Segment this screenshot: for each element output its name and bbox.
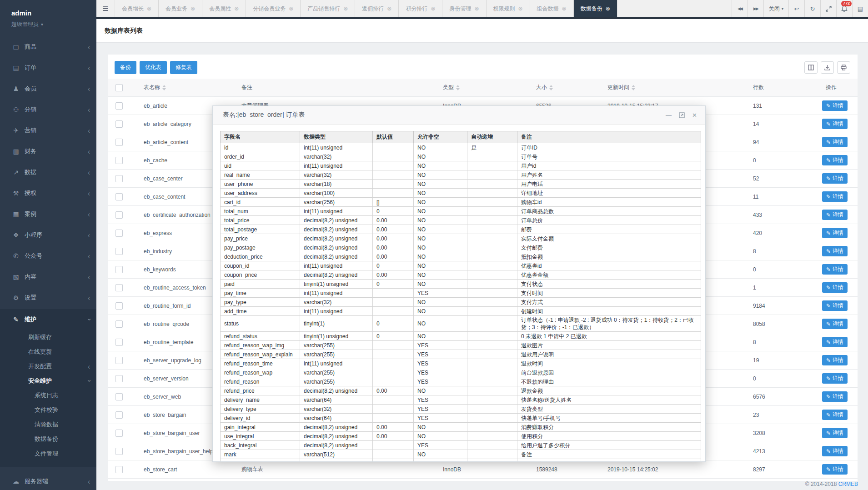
sidebar-item-server[interactable]: ☁ 服务器端 ‹ [0, 471, 96, 490]
select-all-checkbox[interactable] [115, 84, 123, 91]
detail-button[interactable]: ✎详情 [822, 246, 848, 256]
detail-button[interactable]: ✎详情 [822, 337, 848, 347]
detail-button[interactable]: ✎详情 [822, 191, 848, 202]
detail-button[interactable]: ✎详情 [822, 264, 848, 275]
sidebar-item-system-log[interactable]: 系统日志 [0, 388, 96, 403]
row-checkbox[interactable] [115, 430, 123, 437]
message-list-button[interactable]: ▤ [852, 0, 868, 17]
sidebar-item-members[interactable]: ♟ 会员 ‹ [0, 78, 96, 99]
nav-tab[interactable]: 产品销售排行 ⊗ [301, 0, 355, 17]
sidebar-item-dev-config[interactable]: 开发配置 ‹ [0, 359, 96, 374]
backup-button[interactable]: 备份 [115, 61, 136, 74]
row-checkbox[interactable] [115, 302, 123, 310]
detail-button[interactable]: ✎详情 [822, 410, 848, 420]
export-button[interactable] [821, 61, 834, 74]
repair-table-button[interactable]: 修复表 [170, 61, 197, 74]
close-tab-icon[interactable]: ⊗ [234, 5, 239, 12]
row-checkbox[interactable] [115, 393, 123, 400]
refresh-button[interactable]: ↻ [804, 0, 820, 17]
row-checkbox[interactable] [115, 320, 123, 328]
sidebar-item-content[interactable]: ▧ 内容 ‹ [0, 266, 96, 287]
sidebar-item-finance[interactable]: ▥ 财务 ‹ [0, 141, 96, 162]
sidebar-item-official-account[interactable]: ✆ 公众号 ‹ [0, 245, 96, 266]
user-role-dropdown[interactable]: 超级管理员▾ [11, 20, 96, 28]
column-header-type[interactable]: 类型 [436, 79, 529, 97]
sidebar-item-authorization[interactable]: ⚒ 授权 ‹ [0, 183, 96, 204]
row-checkbox[interactable] [115, 211, 123, 219]
row-checkbox[interactable] [115, 266, 123, 273]
nav-tab[interactable]: 组合数据 ⊗ [530, 0, 574, 17]
row-checkbox[interactable] [115, 284, 123, 291]
sidebar-item-settings[interactable]: ⚙ 设置 ‹ [0, 287, 96, 308]
sidebar-item-orders[interactable]: ▤ 订单 ‹ [0, 57, 96, 78]
sidebar-item-file-manage[interactable]: 文件管理 [0, 446, 96, 461]
detail-button[interactable]: ✎详情 [822, 300, 848, 311]
close-tab-icon[interactable]: ⊗ [289, 5, 293, 12]
detail-button[interactable]: ✎详情 [822, 464, 848, 475]
detail-button[interactable]: ✎详情 [822, 355, 848, 365]
detail-button[interactable]: ✎详情 [822, 210, 848, 220]
sidebar-item-miniprogram[interactable]: ❖ 小程序 ‹ [0, 225, 96, 245]
sidebar-item-data-backup[interactable]: 数据备份 [0, 432, 96, 446]
sort-icon[interactable] [162, 85, 166, 90]
close-tab-icon[interactable]: ⊗ [147, 5, 151, 12]
sidebar-item-online-update[interactable]: 在线更新 [0, 345, 96, 359]
scroll-tabs-right-button[interactable]: ▶▶ [748, 0, 763, 17]
column-header-size[interactable]: 大小 [529, 79, 600, 97]
sidebar-item-distribution[interactable]: ⚇ 分销 ‹ [0, 99, 96, 120]
close-tabs-dropdown[interactable]: 关闭 ▾ [763, 0, 788, 17]
nav-tab[interactable]: 分销会员业务 ⊗ [246, 0, 301, 17]
detail-button[interactable]: ✎详情 [822, 119, 848, 129]
row-checkbox[interactable] [115, 102, 123, 110]
detail-button[interactable]: ✎详情 [822, 319, 848, 329]
detail-button[interactable]: ✎详情 [822, 373, 848, 384]
column-settings-button[interactable] [804, 61, 818, 74]
nav-tab[interactable]: 会员业务 ⊗ [159, 0, 202, 17]
sidebar-item-clear-data[interactable]: 清除数据 [0, 417, 96, 432]
sort-icon[interactable] [549, 85, 553, 90]
sidebar-item-data[interactable]: ↗ 数据 ‹ [0, 162, 96, 183]
sidebar-item-maintain[interactable]: ✎ 维护 ‹ [0, 309, 96, 330]
collapse-sidebar-button[interactable]: ☰ [96, 0, 115, 17]
scroll-tabs-left-button[interactable]: ◀◀ [732, 0, 748, 17]
row-checkbox[interactable] [115, 339, 123, 346]
back-button[interactable]: ↩ [788, 0, 804, 17]
detail-button[interactable]: ✎详情 [822, 100, 848, 111]
sidebar-item-security-maintain[interactable]: 安全维护 ‹ [0, 374, 96, 388]
sidebar-item-cases[interactable]: ▦ 案例 ‹ [0, 204, 96, 225]
close-tab-icon[interactable]: ⊗ [431, 5, 435, 12]
sidebar-item-file-check[interactable]: 文件校验 [0, 403, 96, 417]
sort-icon[interactable] [632, 85, 635, 90]
row-checkbox[interactable] [115, 139, 123, 146]
row-checkbox[interactable] [115, 411, 123, 419]
detail-button[interactable]: ✎详情 [822, 137, 848, 147]
brand-link[interactable]: CRMEB [838, 481, 858, 487]
detail-button[interactable]: ✎详情 [822, 155, 848, 165]
close-tab-icon[interactable]: ⊗ [387, 5, 391, 12]
detail-button[interactable]: ✎详情 [822, 428, 848, 438]
row-checkbox[interactable] [115, 157, 123, 164]
sidebar-item-refresh-cache[interactable]: 刷新缓存 [0, 330, 96, 345]
close-tab-icon[interactable]: ⊗ [343, 5, 348, 12]
notifications-button[interactable]: 772 [836, 0, 852, 17]
nav-tab[interactable]: 身份管理 ⊗ [442, 0, 486, 17]
nav-tab[interactable]: 返佣排行 ⊗ [355, 0, 399, 17]
fullscreen-button[interactable] [820, 0, 836, 17]
nav-tab[interactable]: 权限规则 ⊗ [487, 0, 530, 17]
detail-button[interactable]: ✎详情 [822, 391, 848, 402]
minimize-button[interactable]: — [666, 112, 672, 118]
row-checkbox[interactable] [115, 175, 123, 182]
row-checkbox[interactable] [115, 230, 123, 237]
detail-button[interactable]: ✎详情 [822, 228, 848, 238]
sidebar-item-marketing[interactable]: ✈ 营销 ‹ [0, 120, 96, 141]
row-checkbox[interactable] [115, 448, 123, 455]
sort-icon[interactable] [456, 85, 460, 90]
nav-tab[interactable]: 会员增长 ⊗ [115, 0, 159, 17]
optimize-table-button[interactable]: 优化表 [140, 61, 167, 74]
row-checkbox[interactable] [115, 120, 123, 128]
print-button[interactable] [837, 61, 850, 74]
nav-tab[interactable]: 数据备份 ⊗ [574, 0, 617, 17]
nav-tab[interactable]: 积分排行 ⊗ [399, 0, 442, 17]
row-checkbox[interactable] [115, 375, 123, 382]
detail-button[interactable]: ✎详情 [822, 173, 848, 184]
